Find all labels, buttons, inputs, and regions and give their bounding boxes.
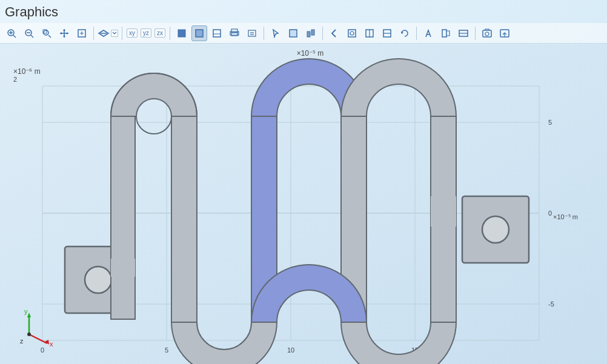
left-pad-hole bbox=[85, 266, 111, 293]
print-button[interactable] bbox=[227, 25, 242, 41]
svg-rect-23 bbox=[307, 31, 310, 37]
separator-3 bbox=[170, 27, 170, 40]
svg-line-5 bbox=[31, 35, 33, 38]
title-bar: Graphics bbox=[0, 0, 607, 24]
coil-leg5-pad-connect bbox=[431, 196, 456, 227]
screenshot-button[interactable] bbox=[479, 25, 495, 41]
svg-rect-22 bbox=[290, 30, 297, 37]
svg-point-36 bbox=[485, 32, 489, 36]
cam-view1-button[interactable] bbox=[344, 25, 360, 41]
print2-button[interactable] bbox=[244, 25, 260, 41]
view-arrow-button[interactable] bbox=[98, 28, 110, 38]
undo-button[interactable] bbox=[397, 25, 413, 41]
svg-line-8 bbox=[48, 35, 51, 38]
separator-1 bbox=[93, 27, 94, 40]
svg-rect-13 bbox=[196, 30, 203, 37]
svg-rect-16 bbox=[231, 29, 237, 33]
svg-point-58 bbox=[27, 333, 31, 336]
mesh-button[interactable] bbox=[303, 25, 319, 41]
view-dropdown-button[interactable] bbox=[111, 30, 118, 37]
x-tick-5: 5 bbox=[165, 346, 168, 354]
y-tick-5: 5 bbox=[548, 119, 552, 126]
y-axis-unit-label: ×10⁻⁶ m bbox=[13, 67, 41, 76]
y-axis-tick-2: 2 bbox=[13, 76, 17, 83]
y-tick-minus5: -5 bbox=[548, 300, 554, 308]
zoom-fit-button[interactable] bbox=[39, 25, 55, 41]
svg-text:z: z bbox=[20, 337, 24, 345]
light2-button[interactable] bbox=[438, 25, 454, 41]
separator-2 bbox=[122, 27, 122, 40]
wireframe-button[interactable] bbox=[191, 25, 207, 41]
main-plot: ×10⁻⁵ m ×10⁻⁶ m 2 0 5 10 15 5 0 ×10⁻⁵ m … bbox=[0, 44, 607, 364]
separator-6 bbox=[416, 27, 417, 40]
y-axis-right-unit: ×10⁻⁵ m bbox=[553, 213, 578, 220]
separator-7 bbox=[475, 27, 476, 40]
coil-leg2-gray bbox=[171, 116, 197, 322]
select-box-button[interactable] bbox=[285, 25, 301, 41]
cursor-button[interactable] bbox=[268, 25, 284, 41]
svg-text:x: x bbox=[50, 340, 53, 348]
cam-prev-button[interactable] bbox=[327, 25, 342, 41]
svg-rect-32 bbox=[442, 30, 446, 37]
svg-line-1 bbox=[13, 35, 16, 38]
coil-leg1-pad-connect bbox=[111, 256, 135, 277]
light1-button[interactable] bbox=[420, 25, 436, 41]
edges-button[interactable] bbox=[209, 25, 225, 41]
svg-point-26 bbox=[350, 31, 354, 35]
x-axis-unit-label: ×10⁻⁵ m bbox=[297, 49, 324, 58]
axis-yz-button[interactable]: yz bbox=[141, 28, 151, 38]
light3-button[interactable] bbox=[456, 25, 471, 41]
extend-button[interactable] bbox=[74, 25, 90, 41]
separator-4 bbox=[264, 27, 264, 40]
separator-5 bbox=[322, 27, 323, 40]
coil-leg1-gray bbox=[111, 116, 135, 319]
svg-rect-14 bbox=[213, 30, 221, 37]
cam-view2-button[interactable] bbox=[362, 25, 377, 41]
cam-view3-button[interactable] bbox=[379, 25, 395, 41]
surface-button[interactable] bbox=[174, 25, 190, 41]
svg-text:y: y bbox=[24, 308, 28, 315]
export-button[interactable] bbox=[497, 25, 512, 41]
x-tick-10: 10 bbox=[287, 346, 294, 354]
pan-button[interactable] bbox=[56, 25, 72, 41]
svg-rect-24 bbox=[311, 30, 314, 35]
toolbar: xy yz zx bbox=[0, 23, 607, 44]
axis-zx-button[interactable]: zx bbox=[154, 28, 165, 38]
app-title: Graphics bbox=[5, 4, 58, 20]
axis-xy-button[interactable]: xy bbox=[127, 28, 138, 38]
svg-rect-12 bbox=[178, 30, 185, 37]
zoom-in-button[interactable] bbox=[4, 25, 19, 41]
y-tick-0: 0 bbox=[548, 210, 552, 217]
x-tick-0: 0 bbox=[41, 346, 44, 354]
svg-rect-19 bbox=[248, 30, 256, 36]
zoom-out-button[interactable] bbox=[21, 25, 37, 41]
right-pad-hole bbox=[482, 216, 509, 243]
svg-rect-25 bbox=[348, 30, 356, 37]
svg-point-7 bbox=[44, 30, 48, 35]
